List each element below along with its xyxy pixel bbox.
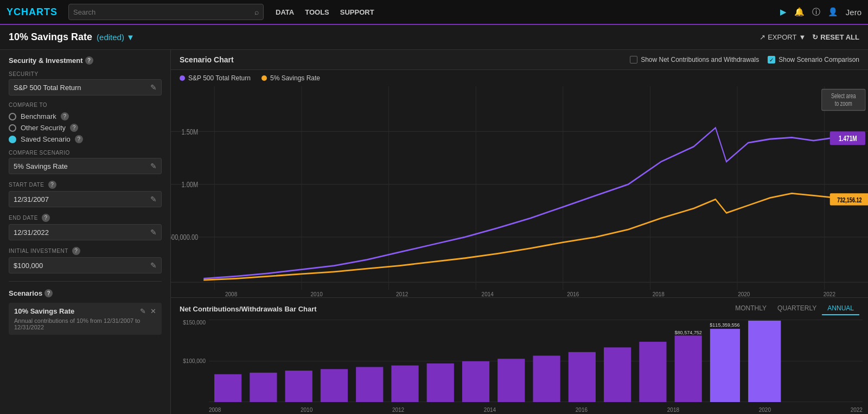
bar-chart-header: Net Contributions/Withdrawals Bar Chart … — [171, 298, 868, 320]
radio-saved-scenario-circle — [9, 136, 16, 143]
start-date-field[interactable]: 12/31/2007 ✎ — [9, 191, 162, 207]
scenario-chart-header: Scenario Chart Show Net Contributions an… — [171, 50, 868, 70]
nav-links: DATA TOOLS SUPPORT — [276, 8, 374, 16]
compare-scenario-field[interactable]: 5% Savings Rate ✎ — [9, 158, 162, 174]
compare-to-label: COMPARE TO — [9, 102, 162, 108]
scenarios-help-icon[interactable]: ? — [44, 289, 53, 297]
x-label-2022: 2022 — [824, 291, 835, 297]
show-scenario-comparison-option[interactable]: ✓ Show Scenario Comparison — [768, 56, 859, 63]
bar-chart-y-labels: $150,000 $100,000 0 — [171, 320, 208, 402]
svg-rect-35 — [675, 335, 702, 402]
radio-benchmark-circle — [9, 113, 16, 120]
bar-chart-svg: $80,574,752 $115,359,556 $163,810,119 — [209, 320, 863, 402]
svg-text:1.471M: 1.471M — [839, 135, 857, 143]
legend-item-savings: 5% Savings Rate — [261, 74, 320, 82]
svg-rect-26 — [356, 367, 383, 402]
edited-badge[interactable]: (edited) ▼ — [97, 33, 135, 42]
legend-label-sp500: S&P 500 Total Return — [188, 74, 251, 82]
nav-data[interactable]: DATA — [276, 8, 294, 16]
show-net-contributions-checkbox[interactable] — [630, 56, 637, 63]
nav-right-icons: ▶ 🔔 ⓘ 👤 Jero — [780, 7, 861, 17]
svg-text:to zoom: to zoom — [835, 100, 852, 107]
x-label-2016: 2016 — [567, 291, 579, 297]
x-label-2018: 2018 — [653, 291, 665, 297]
svg-rect-22 — [214, 374, 241, 402]
svg-rect-34 — [639, 342, 666, 402]
notification-icon[interactable]: 🔔 — [794, 7, 805, 17]
reset-all-button[interactable]: ↻ RESET ALL — [812, 33, 859, 41]
compare-options: Benchmark ? Other Security ? Saved Scena… — [9, 112, 162, 143]
scenario-close-icon[interactable]: ✕ — [150, 307, 156, 315]
initial-investment-label: INITIAL INVESTMENT ? — [9, 247, 162, 255]
bar-x-label-2012: 2012 — [392, 407, 404, 413]
saved-scenario-help-icon[interactable]: ? — [75, 135, 83, 143]
scenario-desc: Annual contributions of 10% from 12/31/2… — [14, 317, 156, 330]
show-scenario-comparison-label: Show Scenario Comparison — [778, 56, 859, 63]
scenario-item: 10% Savings Rate ✎ ✕ Annual contribution… — [9, 303, 162, 335]
security-label: SECURITY — [9, 71, 162, 77]
svg-rect-25 — [321, 369, 348, 402]
benchmark-help-icon[interactable]: ? — [61, 112, 69, 120]
logo-y: Y — [7, 7, 14, 17]
show-scenario-comparison-checkbox[interactable]: ✓ — [768, 56, 775, 63]
tab-quarterly[interactable]: QUARTERLY — [772, 302, 822, 315]
show-net-contributions-option[interactable]: Show Net Contributions and Withdrawals — [630, 56, 759, 63]
radio-other-security-label: Other Security — [21, 124, 66, 132]
main-layout: Security & Investment ? SECURITY S&P 500… — [0, 50, 868, 414]
tab-monthly[interactable]: MONTHLY — [730, 302, 772, 315]
security-investment-help-icon[interactable]: ? — [85, 56, 93, 65]
scenario-chart-title: Scenario Chart — [180, 55, 234, 64]
svg-rect-24 — [285, 371, 312, 402]
bar-chart-section: Net Contributions/Withdrawals Bar Chart … — [171, 297, 868, 414]
scenario-chart-svg: 1.50M 1.00M 500,000.00 1.471M 732,156.12… — [171, 86, 868, 297]
end-date-edit-icon[interactable]: ✎ — [150, 228, 157, 237]
start-date-edit-icon[interactable]: ✎ — [150, 195, 157, 203]
nav-tools[interactable]: TOOLS — [305, 8, 329, 16]
svg-rect-28 — [427, 364, 454, 402]
end-date-label: END DATE ? — [9, 214, 162, 222]
start-date-help-icon[interactable]: ? — [48, 181, 56, 189]
other-security-help-icon[interactable]: ? — [70, 124, 78, 132]
svg-rect-33 — [604, 347, 631, 402]
radio-benchmark[interactable]: Benchmark ? — [9, 112, 162, 120]
end-date-field[interactable]: 12/31/2022 ✎ — [9, 224, 162, 240]
x-label-2010: 2010 — [311, 291, 323, 297]
radio-other-security[interactable]: Other Security ? — [9, 124, 162, 132]
initial-investment-field[interactable]: $100,000 ✎ — [9, 257, 162, 273]
bar-x-label-2016: 2016 — [576, 407, 588, 413]
svg-rect-29 — [462, 361, 489, 402]
end-date-help-icon[interactable]: ? — [42, 214, 50, 222]
search-input[interactable] — [73, 8, 254, 16]
scenario-actions: ✎ ✕ — [140, 307, 156, 315]
start-date-label: START DATE ? — [9, 181, 162, 189]
scenario-chart-container[interactable]: 1.50M 1.00M 500,000.00 1.471M 732,156.12… — [171, 86, 868, 297]
svg-text:$115,359,556: $115,359,556 — [710, 323, 739, 328]
logo: YCHARTS — [7, 7, 58, 18]
scenario-edit-icon[interactable]: ✎ — [140, 307, 146, 315]
initial-investment-help-icon[interactable]: ? — [72, 247, 80, 255]
y-label-100k: $100,000 — [183, 358, 206, 364]
chat-icon[interactable]: ▶ — [780, 7, 787, 17]
subnav-right: ↗ EXPORT ▼ ↻ RESET ALL — [760, 33, 859, 41]
svg-text:732,156.12: 732,156.12 — [837, 196, 861, 203]
radio-benchmark-label: Benchmark — [21, 112, 56, 120]
radio-saved-scenario[interactable]: Saved Scenario ? — [9, 135, 162, 143]
top-navbar: YCHARTS ⌕ DATA TOOLS SUPPORT ▶ 🔔 ⓘ 👤 Jer… — [0, 0, 868, 25]
legend-dot-sp500 — [180, 75, 185, 81]
search-icon: ⌕ — [254, 8, 259, 16]
info-icon[interactable]: ⓘ — [812, 7, 820, 17]
legend-label-savings: 5% Savings Rate — [270, 74, 320, 82]
user-icon[interactable]: 👤 — [828, 7, 838, 17]
scenario-item-name: 10% Savings Rate — [14, 307, 74, 315]
security-edit-icon[interactable]: ✎ — [150, 83, 157, 92]
search-box[interactable]: ⌕ — [68, 4, 264, 20]
bar-x-label-2008: 2008 — [209, 407, 221, 413]
tab-annual[interactable]: ANNUAL — [822, 302, 859, 315]
initial-investment-edit-icon[interactable]: ✎ — [150, 261, 157, 270]
security-field[interactable]: S&P 500 Total Return ✎ — [9, 79, 162, 95]
export-button[interactable]: ↗ EXPORT ▼ — [760, 33, 806, 41]
nav-support[interactable]: SUPPORT — [340, 8, 374, 16]
compare-scenario-edit-icon[interactable]: ✎ — [150, 162, 157, 170]
x-label-2008: 2008 — [225, 291, 237, 297]
divider — [9, 281, 162, 282]
